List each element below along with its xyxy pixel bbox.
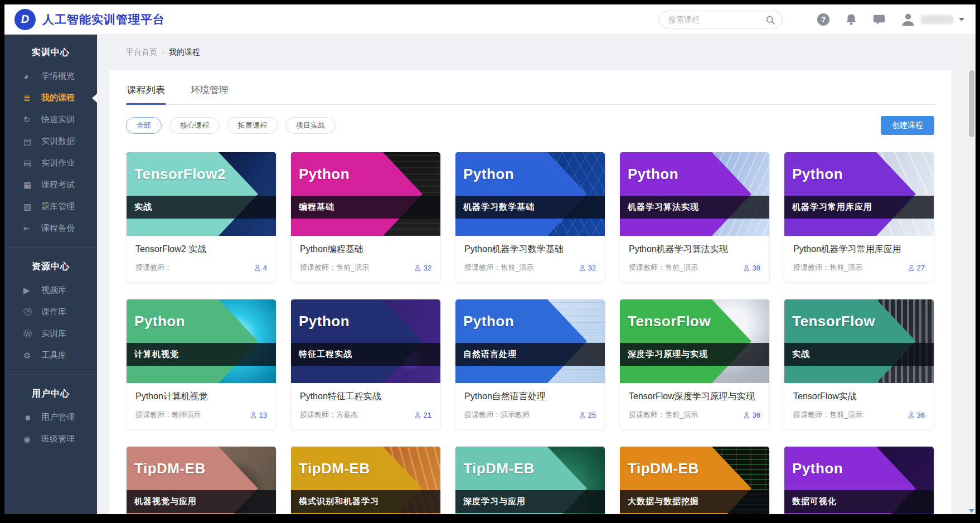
breadcrumb-current: 我的课程 xyxy=(169,47,200,57)
cover-subtitle-band: 机器学习常用库应用 xyxy=(784,196,934,219)
create-course-button[interactable]: 创建课程 xyxy=(881,116,934,135)
cover-subtitle: 实战 xyxy=(784,349,810,360)
cover-subtitle-band: 深度学习原理与实现 xyxy=(620,343,769,366)
avatar-icon[interactable] xyxy=(901,12,915,27)
cover-subtitle-band: 编程基础 xyxy=(291,196,440,219)
breadcrumb-home[interactable]: 平台首页 xyxy=(126,47,157,57)
course-card[interactable]: 实战 TensorFlow2 TensorFlow2 实战 授课教师： 4 xyxy=(126,152,276,282)
pie-chart-icon: ◕ xyxy=(23,71,37,81)
course-cover-image: 深度学习原理与实现 TensorFlow xyxy=(620,299,769,383)
course-info: Python机器学习常用库应用 授课教师：售前_演示 27 xyxy=(784,244,934,273)
person-icon xyxy=(743,264,750,272)
cover-subtitle: 特征工程实战 xyxy=(291,349,352,360)
sidebar-item-题库管理[interactable]: ▧ 题库管理 xyxy=(4,196,97,217)
course-card[interactable]: 自然语言处理 Python Python自然语言处理 授课教师：演示教师 25 xyxy=(455,299,605,429)
sidebar-item-实训数据[interactable]: ▤ 实训数据 xyxy=(4,130,97,152)
filter-pill-核心课程[interactable]: 核心课程 xyxy=(169,117,220,134)
filter-pill-拓展课程[interactable]: 拓展课程 xyxy=(227,117,278,134)
cover-arrow-shape xyxy=(620,299,751,383)
sidebar-item-课件库[interactable]: Ⓟ 课件库 xyxy=(4,301,97,323)
bell-icon[interactable] xyxy=(845,13,857,26)
course-card[interactable]: 特征工程实战 Python Python特征工程实战 授课教师：方嘉杰 21 xyxy=(290,299,441,429)
help-icon[interactable]: ? xyxy=(817,13,829,26)
sidebar-item-视频库[interactable]: ▶ 视频库 xyxy=(4,279,97,301)
cover-title: Python xyxy=(134,313,185,330)
user-menu-caret-icon[interactable] xyxy=(959,18,964,21)
breadcrumb: 平台首页 › 我的课程 xyxy=(97,35,976,70)
course-cover-image: 机器视觉与应用 TipDM-EB xyxy=(127,447,276,514)
course-teacher: 授课教师：教师演示 xyxy=(135,410,201,420)
sidebar-item-实训库[interactable]: Ⓦ 实训库 xyxy=(4,323,97,345)
course-cover-image: 计算机视觉 Python xyxy=(127,299,276,383)
cover-subtitle: 大数据与数据挖掘 xyxy=(620,496,699,507)
sidebar-item-课程备份[interactable]: ⇤ 课程备份 xyxy=(4,217,97,239)
search-input[interactable] xyxy=(668,15,762,24)
cover-subtitle-band: 机器学习数学基础 xyxy=(455,196,605,219)
sidebar-item-班级管理[interactable]: ◉ 班级管理 xyxy=(4,428,97,450)
cover-subtitle-band: 深度学习与应用 xyxy=(455,490,605,513)
book-icon: ▧ xyxy=(23,202,37,212)
person-icon xyxy=(250,411,257,419)
course-title: Python机器学习常用库应用 xyxy=(793,244,925,255)
course-card[interactable]: 深度学习与应用 TipDM-EB xyxy=(455,446,605,514)
cover-subtitle: 机器学习常用库应用 xyxy=(784,202,872,212)
course-title: TensorFlow实战 xyxy=(793,391,925,403)
person-icon xyxy=(414,411,421,419)
sidebar-item-我的课程[interactable]: ≣ 我的课程 xyxy=(4,87,97,109)
course-info: Python机器学习数学基础 授课教师：售前_演示 32 xyxy=(455,244,605,273)
course-card[interactable]: 模式识别和机器学习 TipDM-EB xyxy=(290,446,441,514)
backup-icon: ⇤ xyxy=(23,224,37,234)
course-info: TensorFlow深度学习原理与实现 授课教师：售前_演示 36 xyxy=(620,391,769,420)
course-card[interactable]: 机器学习数学基础 Python Python机器学习数学基础 授课教师：售前_演… xyxy=(455,152,605,282)
course-teacher: 授课教师：售前_演示 xyxy=(464,263,533,273)
cover-subtitle-band: 机器视觉与应用 xyxy=(127,490,276,513)
cover-title: Python xyxy=(299,166,350,183)
course-card[interactable]: 深度学习原理与实现 TensorFlow TensorFlow深度学习原理与实现… xyxy=(619,299,770,429)
course-info: TensorFlow实战 授课教师：售前_演示 36 xyxy=(784,391,934,420)
course-cover-image: 深度学习与应用 TipDM-EB xyxy=(455,447,605,514)
course-card[interactable]: 大数据与数据挖掘 TipDM-EB xyxy=(619,446,770,514)
cover-subtitle: 深度学习与应用 xyxy=(455,496,526,507)
course-title: TensorFlow深度学习原理与实现 xyxy=(629,391,760,403)
course-cover-image: 大数据与数据挖掘 TipDM-EB xyxy=(620,447,769,514)
sidebar-item-实训作业[interactable]: ▤ 实训作业 xyxy=(4,152,97,174)
map-book-icon: ▤ xyxy=(23,137,37,147)
course-info: TensorFlow2 实战 授课教师： 4 xyxy=(127,244,276,273)
scrollbar-thumb[interactable] xyxy=(969,70,974,137)
filter-pill-项目实战[interactable]: 项目实战 xyxy=(285,117,336,134)
users-icon: ☻ xyxy=(23,413,37,422)
sidebar-item-快速实训[interactable]: ↻ 快速实训 xyxy=(4,109,97,130)
sidebar-item-工具库[interactable]: ⚙ 工具库 xyxy=(4,345,97,366)
user-name-redacted[interactable] xyxy=(921,15,953,24)
course-card[interactable]: 实战 TensorFlow TensorFlow实战 授课教师：售前_演示 36 xyxy=(784,299,934,429)
scrollbar-down-arrow-icon[interactable] xyxy=(969,509,974,513)
sidebar-item-用户管理[interactable]: ☻ 用户管理 xyxy=(4,406,97,428)
person-icon xyxy=(908,411,915,419)
breadcrumb-separator: › xyxy=(162,48,164,57)
cover-arrow-shape xyxy=(784,299,916,383)
filter-row: 全部核心课程拓展课程项目实战 创建课程 xyxy=(126,116,934,135)
student-count: 32 xyxy=(579,264,596,272)
server-icon: ▦ xyxy=(23,180,37,190)
tab-环境管理[interactable]: 环境管理 xyxy=(190,83,230,96)
course-search-box[interactable] xyxy=(659,11,783,28)
course-card[interactable]: 机器学习算法实现 Python Python机器学习算法实现 授课教师：售前_演… xyxy=(619,152,770,282)
course-teacher: 授课教师：售前_演示 xyxy=(629,263,698,273)
tab-课程列表[interactable]: 课程列表 xyxy=(126,83,166,96)
sidebar-item-课程考试[interactable]: ▦ 课程考试 xyxy=(4,174,97,196)
search-icon[interactable] xyxy=(765,15,775,25)
sidebar-item-学情概览[interactable]: ◕ 学情概览 xyxy=(4,65,97,87)
message-icon[interactable] xyxy=(873,13,885,26)
course-card[interactable]: 编程基础 Python Python编程基础 授课教师：售前_演示 32 xyxy=(290,152,441,282)
course-cover-image: 自然语言处理 Python xyxy=(455,299,605,383)
cover-subtitle: 机器学习算法实现 xyxy=(620,202,699,212)
filter-pill-全部[interactable]: 全部 xyxy=(126,117,162,134)
course-card[interactable]: 计算机视觉 Python Python计算机视觉 授课教师：教师演示 13 xyxy=(126,299,276,429)
vertical-scrollbar[interactable] xyxy=(968,35,976,514)
course-card[interactable]: 机器学习常用库应用 Python Python机器学习常用库应用 授课教师：售前… xyxy=(784,152,934,282)
course-card[interactable]: 数据可视化 Python xyxy=(784,446,934,514)
course-cover-image: 实战 TensorFlow xyxy=(784,299,934,383)
cover-subtitle: 数据可视化 xyxy=(784,496,837,507)
sidebar-section-title: 实训中心 xyxy=(4,35,97,65)
course-card[interactable]: 机器视觉与应用 TipDM-EB xyxy=(126,446,276,514)
